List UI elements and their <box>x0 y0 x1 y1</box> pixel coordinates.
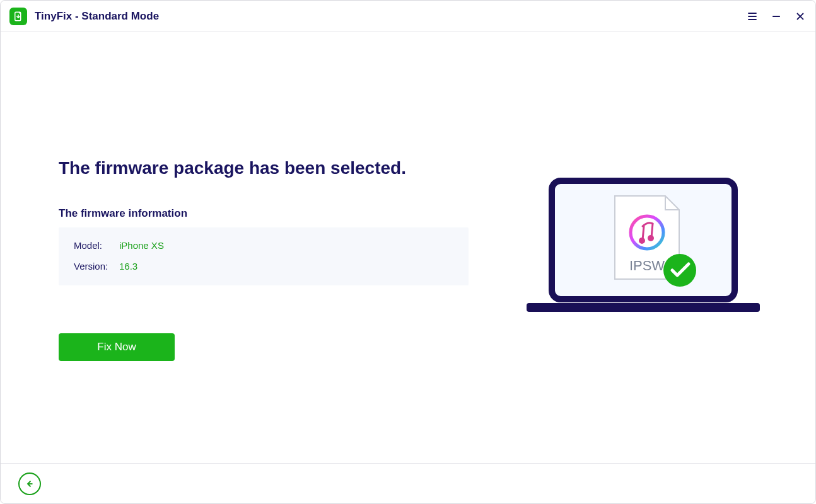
fix-now-button[interactable]: Fix Now <box>59 333 175 361</box>
svg-rect-2 <box>527 303 760 312</box>
firmware-info-heading: The firmware information <box>59 207 475 220</box>
model-value: iPhone XS <box>119 240 164 251</box>
svg-point-4 <box>648 235 654 241</box>
firmware-info-card: Model: iPhone XS Version: 16.3 <box>59 227 469 285</box>
laptop-illustration: IPSW <box>527 177 760 319</box>
svg-point-6 <box>663 254 696 287</box>
close-icon[interactable] <box>794 10 807 23</box>
minimize-icon[interactable] <box>770 10 783 23</box>
content-area: The firmware package has been selected. … <box>1 32 815 463</box>
footer-bar <box>1 463 815 503</box>
left-column: The firmware package has been selected. … <box>59 158 475 361</box>
app-window: TinyFix - Standard Mode The firmware pac… <box>0 0 816 504</box>
app-logo-icon <box>9 8 27 25</box>
titlebar-controls <box>746 10 807 23</box>
menu-icon[interactable] <box>746 10 759 23</box>
info-row-model: Model: iPhone XS <box>74 240 453 251</box>
version-label: Version: <box>74 261 119 272</box>
info-row-version: Version: 16.3 <box>74 261 453 272</box>
ipsw-label: IPSW <box>629 258 665 273</box>
titlebar: TinyFix - Standard Mode <box>1 1 815 32</box>
back-button[interactable] <box>18 472 41 495</box>
version-value: 16.3 <box>119 261 137 272</box>
svg-point-5 <box>639 238 645 244</box>
model-label: Model: <box>74 240 119 251</box>
app-title: TinyFix - Standard Mode <box>35 10 159 23</box>
page-headline: The firmware package has been selected. <box>59 158 475 178</box>
